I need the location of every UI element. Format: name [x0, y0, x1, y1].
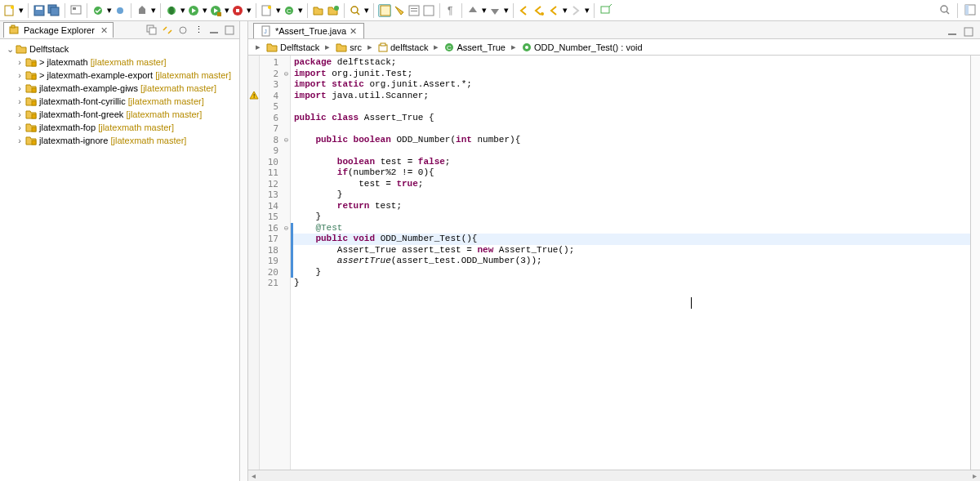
breadcrumb-item[interactable]: ODD_Number_Test() : void	[520, 42, 644, 52]
fold-bar[interactable]: ⊖⊖⊖	[283, 56, 291, 470]
svg-rect-41	[965, 5, 969, 15]
external-tools-dropdown[interactable]: ▾	[246, 4, 252, 17]
show-paragraph-icon[interactable]: ¶	[444, 4, 457, 17]
tree-item-label: jlatexmath-fop [jlatexmath master]	[38, 122, 174, 132]
editor-maximize-icon[interactable]	[962, 25, 975, 38]
nav-forward-dropdown[interactable]: ▾	[584, 4, 590, 17]
expand-icon[interactable]: ›	[15, 70, 24, 80]
link-editor-icon[interactable]	[161, 24, 174, 37]
coverage-icon[interactable]	[91, 4, 105, 17]
quick-access-search-icon[interactable]	[938, 3, 951, 16]
open-task-icon[interactable]	[327, 4, 340, 17]
toggle-word-wrap-icon[interactable]	[422, 4, 435, 17]
expand-icon[interactable]: ›	[15, 83, 24, 93]
editor-minimize-icon[interactable]	[946, 25, 959, 38]
toggle-mark-occurrences-icon[interactable]	[378, 4, 391, 17]
tree-item[interactable]: ›jlatexmath-ignore [jlatexmath master]	[2, 134, 238, 147]
breadcrumb-item[interactable]: src	[334, 42, 363, 52]
expand-icon[interactable]: ›	[15, 109, 24, 119]
open-perspective-icon[interactable]	[964, 3, 977, 16]
tree-item[interactable]: ›> jlatexmath-example-export [jlatexmath…	[2, 69, 238, 82]
overview-ruler[interactable]	[970, 56, 980, 470]
expand-icon[interactable]: ›	[15, 136, 24, 145]
tree-item[interactable]: ›jlatexmath-font-cyrillic [jlatexmath ma…	[2, 95, 238, 108]
tree-item[interactable]: ›jlatexmath-example-giws [jlatexmath mas…	[2, 82, 238, 95]
line-number-gutter[interactable]: 123456789101112131415161718192021	[260, 56, 283, 470]
chevron-icon[interactable]: ▸	[431, 42, 441, 52]
debug-dropdown[interactable]: ▾	[180, 4, 185, 17]
search-dropdown[interactable]: ▾	[363, 4, 369, 17]
tree-item[interactable]: ›jlatexmath-font-greek [jlatexmath maste…	[2, 108, 238, 121]
run-icon[interactable]	[187, 4, 200, 17]
svg-rect-58	[948, 33, 956, 35]
skip-breakpoints-icon[interactable]	[114, 4, 127, 17]
build-icon[interactable]	[136, 4, 149, 17]
tree-item-label: > jlatexmath [jlatexmath master]	[38, 57, 167, 67]
chevron-icon[interactable]: ▸	[323, 42, 332, 52]
package-explorer-close-icon[interactable]: ✕	[100, 25, 108, 36]
build-dropdown[interactable]: ▾	[150, 4, 156, 17]
show-whitespace-icon[interactable]	[408, 4, 421, 17]
run-dropdown[interactable]: ▾	[202, 4, 207, 17]
minimize-icon[interactable]	[207, 24, 220, 37]
project-icon	[24, 82, 38, 94]
code-area[interactable]: package delftstack;import org.junit.Test…	[291, 56, 970, 470]
back-icon[interactable]	[518, 4, 531, 17]
editor-area[interactable]: ! 123456789101112131415161718192021 ⊖⊖⊖ …	[248, 56, 980, 470]
maximize-icon[interactable]	[223, 24, 236, 37]
nav-back-icon[interactable]	[547, 4, 560, 17]
previous-annotation-icon[interactable]	[466, 4, 479, 17]
new-package-dropdown[interactable]: ▾	[297, 4, 303, 17]
expand-icon[interactable]: ›	[15, 122, 24, 132]
save-all-icon[interactable]	[47, 4, 60, 17]
chevron-icon[interactable]: ▸	[365, 42, 375, 52]
horizontal-scrollbar[interactable]: ◂▸	[248, 470, 980, 481]
new-class-dropdown[interactable]: ▾	[275, 4, 281, 17]
marker-bar[interactable]: !	[248, 56, 260, 470]
breadcrumb-item[interactable]: delftstack	[376, 42, 430, 52]
next-annotation-icon[interactable]	[488, 4, 501, 17]
svg-rect-47	[210, 32, 218, 33]
warning-marker-icon[interactable]: !	[249, 91, 259, 100]
new-icon[interactable]	[3, 4, 16, 17]
editor-tab[interactable]: J *Assert_True.java ✕	[253, 23, 364, 38]
last-edit-icon[interactable]	[532, 4, 546, 17]
nav-back-dropdown[interactable]: ▾	[562, 4, 568, 17]
text-cursor	[691, 297, 692, 309]
chevron-icon[interactable]: ▸	[509, 42, 519, 52]
view-menu-icon[interactable]: ⋮	[192, 24, 205, 37]
search-icon[interactable]	[349, 4, 362, 17]
run-last-icon[interactable]	[209, 4, 222, 17]
svg-point-36	[541, 12, 544, 16]
breadcrumb-item[interactable]: CAssert_True	[443, 42, 507, 52]
toggle-block-selection-icon[interactable]	[393, 4, 406, 17]
close-tab-icon[interactable]: ✕	[350, 26, 357, 37]
new-package-icon[interactable]: C	[283, 4, 296, 17]
breadcrumb-item[interactable]: Delftstack	[265, 42, 321, 52]
new-dropdown[interactable]: ▾	[18, 4, 24, 17]
new-class-icon[interactable]	[261, 4, 274, 17]
open-type-icon[interactable]	[312, 4, 325, 17]
debug-icon[interactable]	[165, 4, 178, 17]
run-last-dropdown[interactable]: ▾	[224, 4, 229, 17]
collapse-all-icon[interactable]	[145, 24, 158, 37]
expand-icon[interactable]: ⌄	[5, 44, 15, 55]
tree-item[interactable]: ⌄Delftstack	[2, 42, 238, 56]
project-tree[interactable]: ⌄Delftstack›> jlatexmath [jlatexmath mas…	[0, 39, 239, 150]
expand-icon[interactable]: ›	[15, 96, 24, 106]
chevron-icon[interactable]: ▸	[253, 42, 263, 52]
expand-icon[interactable]: ›	[15, 57, 24, 67]
save-icon[interactable]	[33, 4, 46, 17]
tree-item[interactable]: ›jlatexmath-fop [jlatexmath master]	[2, 121, 238, 134]
tree-item[interactable]: ›> jlatexmath [jlatexmath master]	[2, 56, 238, 69]
nav-forward-icon[interactable]	[569, 4, 582, 17]
previous-annotation-dropdown[interactable]: ▾	[481, 4, 487, 17]
sash[interactable]	[240, 21, 248, 481]
package-explorer-tab[interactable]: Package Explorer ✕	[3, 22, 114, 38]
coverage-dropdown[interactable]: ▾	[106, 4, 112, 17]
focus-task-icon[interactable]	[176, 24, 189, 37]
perspective-icon[interactable]	[69, 4, 82, 17]
pin-editor-icon[interactable]	[599, 4, 612, 17]
external-tools-icon[interactable]	[231, 4, 244, 17]
next-annotation-dropdown[interactable]: ▾	[503, 4, 509, 17]
